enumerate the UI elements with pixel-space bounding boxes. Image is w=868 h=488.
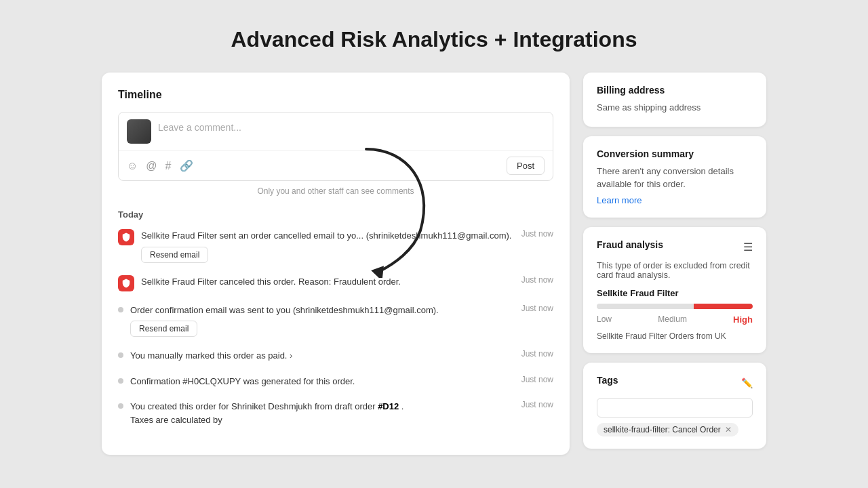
timeline-event-time: Just now [521, 349, 553, 359]
timeline-event-content: Confirmation #H0CLQXUPY was generated fo… [130, 375, 515, 388]
timeline-event-content: Order confirmation email was sent to you… [130, 304, 515, 338]
fraud-icon-badge [118, 275, 134, 291]
timeline-event-content: Sellkite Fraud Filter canceled this orde… [141, 275, 515, 289]
conversion-text: There aren't any conversion details avai… [597, 165, 753, 191]
tags-card: Tags ✏️ sellkite-fraud-filter: Cancel Or… [583, 363, 766, 449]
avatar [127, 119, 151, 144]
tag-chips: sellkite-fraud-filter: Cancel Order ✕ [597, 423, 753, 436]
learn-more-link[interactable]: Learn more [597, 195, 753, 205]
fraud-note: This type of order is excluded from cred… [597, 261, 753, 280]
fraud-icon-badge [118, 229, 134, 245]
tags-input[interactable] [597, 398, 753, 418]
timeline-dot [118, 378, 123, 384]
timeline-dot [118, 403, 123, 409]
timeline-event-text: Order confirmation email was sent to you… [130, 305, 439, 315]
timeline-dot [118, 352, 123, 358]
timeline-dot [118, 307, 123, 312]
timeline-today-label: Today [118, 209, 553, 220]
tags-title: Tags [597, 375, 618, 386]
resend-email-button[interactable]: Resend email [141, 247, 208, 263]
timeline-title: Timeline [118, 89, 553, 101]
timeline-event-time: Just now [521, 400, 553, 409]
mention-icon[interactable]: @ [146, 160, 157, 172]
timeline-event-content: You created this order for Shriniket Des… [130, 400, 515, 426]
tag-chip: sellkite-fraud-filter: Cancel Order ✕ [597, 423, 738, 436]
resend-email-button-2[interactable]: Resend email [130, 321, 197, 337]
comment-box: Leave a comment... ☺ @ # 🔗 Post [118, 112, 553, 181]
risk-low-label: Low [597, 314, 612, 325]
timeline-event-text: Confirmation #H0CLQXUPY was generated fo… [130, 376, 355, 386]
taxes-note: Taxes are calculated by [130, 415, 222, 425]
post-button[interactable]: Post [507, 157, 545, 175]
emoji-icon[interactable]: ☺ [127, 160, 138, 172]
risk-high-label: High [733, 314, 753, 325]
timeline-event-time: Just now [521, 375, 553, 384]
risk-medium-label: Medium [658, 314, 687, 325]
page-title: Advanced Risk Analytics + Integrations [0, 27, 868, 52]
comment-toolbar: ☺ @ # 🔗 Post [119, 150, 553, 180]
timeline-event-text: You manually marked this order as paid. … [130, 350, 292, 361]
tag-close-button[interactable]: ✕ [725, 425, 732, 434]
fraud-title: Fraud analysis [597, 239, 663, 250]
tag-label: sellkite-fraud-filter: Cancel Order [604, 425, 721, 434]
fraud-filter-note: Sellkite Fraud Filter Orders from UK [597, 331, 753, 341]
list-item: You manually marked this order as paid. … [118, 349, 553, 363]
fraud-card: Fraud analysis ☰ This type of order is e… [583, 227, 766, 353]
timeline-event-time: Just now [521, 229, 553, 239]
timeline-event-text: Sellkite Fraud Filter sent an order canc… [141, 230, 511, 241]
timeline-event-content: Sellkite Fraud Filter sent an order canc… [141, 229, 515, 263]
list-item: Order confirmation email was sent to you… [118, 304, 553, 338]
billing-subtitle: Same as shipping address [597, 101, 753, 115]
risk-bar [597, 304, 753, 309]
billing-title: Billing address [597, 85, 753, 96]
list-item: Confirmation #H0CLQXUPY was generated fo… [118, 375, 553, 388]
hashtag-icon[interactable]: # [165, 160, 172, 172]
conversion-title: Conversion summary [597, 148, 753, 159]
conversion-card: Conversion summary There aren't any conv… [583, 136, 766, 218]
fraud-filter-label: Sellkite Fraud Filter [597, 288, 753, 298]
timeline-event-text: You created this order for Shriniket Des… [130, 401, 403, 411]
timeline-event-time: Just now [521, 304, 553, 313]
link-icon[interactable]: 🔗 [180, 159, 193, 172]
timeline-panel: Timeline Leave a comment... ☺ @ # 🔗 Post… [102, 73, 570, 455]
timeline-event-content: You manually marked this order as paid. … [130, 349, 515, 363]
list-item: Sellkite Fraud Filter canceled this orde… [118, 275, 553, 291]
list-item: You created this order for Shriniket Des… [118, 400, 553, 426]
edit-icon[interactable]: ✏️ [741, 378, 753, 388]
comment-placeholder[interactable]: Leave a comment... [158, 119, 545, 133]
comment-notice: Only you and other staff can see comment… [118, 186, 553, 196]
timeline-event-time: Just now [521, 275, 553, 285]
timeline-list: Sellkite Fraud Filter sent an order canc… [118, 229, 553, 426]
list-icon[interactable]: ☰ [743, 241, 753, 253]
right-panel: Billing address Same as shipping address… [583, 73, 766, 449]
list-item: Sellkite Fraud Filter sent an order canc… [118, 229, 553, 263]
risk-labels: Low Medium High [597, 314, 753, 325]
billing-card: Billing address Same as shipping address [583, 73, 766, 127]
timeline-event-text: Sellkite Fraud Filter canceled this orde… [141, 277, 401, 287]
